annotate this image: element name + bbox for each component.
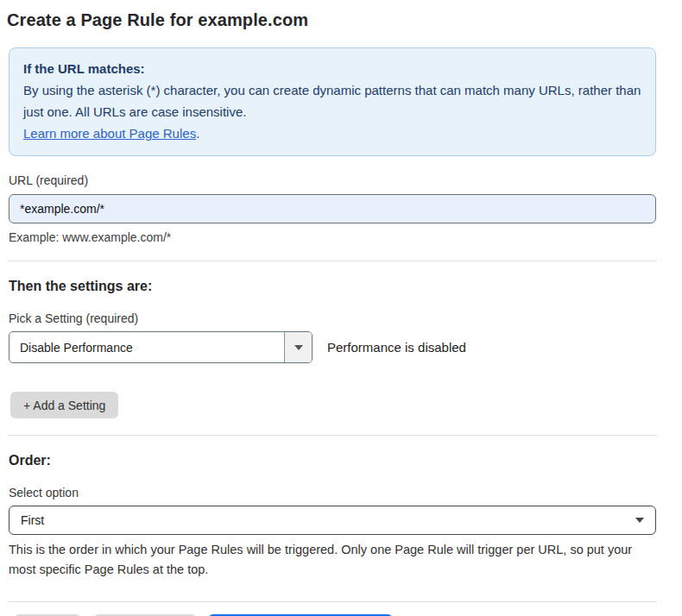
url-matches-info-box: If the URL matches: By using the asteris…: [9, 47, 656, 156]
setting-select-value: Disable Performance: [9, 332, 284, 362]
divider: [8, 601, 657, 602]
info-box-link-line: Learn more about Page Rules.: [23, 123, 641, 144]
order-select[interactable]: First: [9, 506, 656, 535]
learn-more-link[interactable]: Learn more about Page Rules: [23, 126, 196, 141]
url-example-text: Example: www.example.com/*: [9, 230, 656, 244]
divider: [8, 261, 657, 261]
page-title: Create a Page Rule for example.com: [7, 10, 656, 30]
setting-select-arrow-button[interactable]: [284, 332, 312, 362]
link-suffix: .: [196, 126, 199, 141]
select-option-label: Select option: [9, 486, 656, 500]
info-box-heading: If the URL matches:: [23, 58, 641, 79]
setting-row: Disable Performance Performance is disab…: [9, 331, 656, 363]
setting-status-text: Performance is disabled: [327, 340, 466, 355]
create-page-rule-form: Create a Page Rule for example.com If th…: [0, 0, 682, 616]
order-heading: Order:: [9, 453, 656, 468]
setting-select[interactable]: Disable Performance: [9, 331, 313, 363]
info-box-body: By using the asterisk (*) character, you…: [23, 79, 641, 123]
chevron-down-icon: [294, 345, 303, 350]
pick-setting-label: Pick a Setting (required): [9, 311, 656, 325]
url-input[interactable]: [9, 194, 656, 223]
divider: [8, 435, 657, 436]
order-select-value: First: [21, 513, 635, 527]
chevron-down-icon: [635, 518, 644, 523]
add-setting-button[interactable]: + Add a Setting: [10, 392, 118, 418]
url-label: URL (required): [9, 173, 656, 187]
order-help-text: This is the order in which your Page Rul…: [9, 540, 652, 580]
settings-heading: Then the settings are:: [9, 279, 656, 294]
